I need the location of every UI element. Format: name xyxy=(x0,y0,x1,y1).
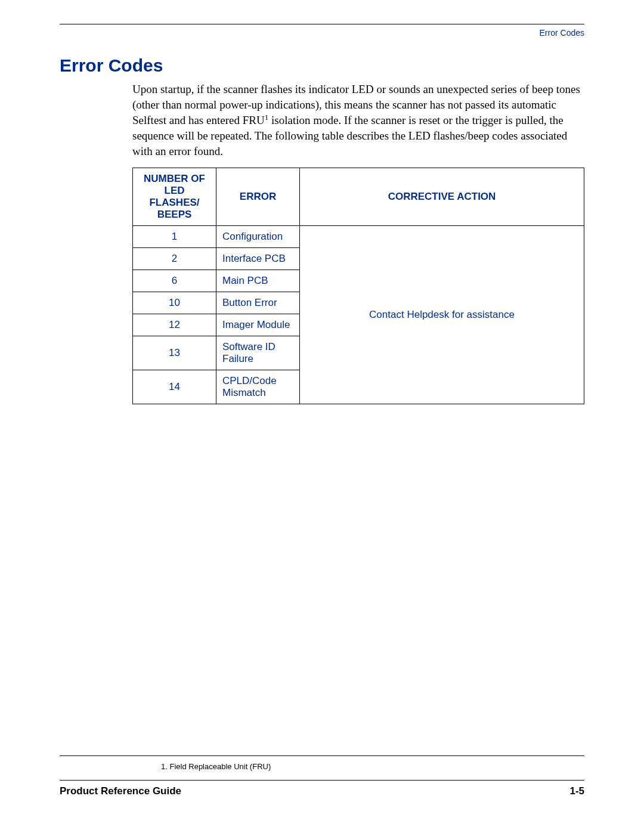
table-header-row: Number of LED Flashes/ Beeps Error Corre… xyxy=(133,168,584,225)
running-head: Error Codes xyxy=(60,24,584,38)
th-flashes: Number of LED Flashes/ Beeps xyxy=(133,168,216,225)
cell-action: Contact Helpdesk for assistance xyxy=(300,225,584,404)
footnotes: 1. Field Replaceable Unit (FRU) xyxy=(60,755,584,771)
cell-error: CPLD/Code Mismatch xyxy=(216,370,300,404)
cell-error: Imager Module xyxy=(216,314,300,336)
cell-error: Interface PCB xyxy=(216,247,300,270)
page-footer: Product Reference Guide 1-5 xyxy=(60,780,584,797)
cell-error: Main PCB xyxy=(216,270,300,292)
th-error: Error xyxy=(216,168,300,225)
th-action: Corrective Action xyxy=(300,168,584,225)
cell-error: Software ID Failure xyxy=(216,336,300,370)
page-title: Error Codes xyxy=(60,55,584,76)
cell-error: Configuration xyxy=(216,225,300,247)
intro-paragraph: Upon startup, if the scanner flashes its… xyxy=(132,82,584,159)
cell-num: 14 xyxy=(133,370,216,404)
footer-left: Product Reference Guide xyxy=(60,785,181,797)
cell-num: 6 xyxy=(133,270,216,292)
cell-num: 1 xyxy=(133,225,216,247)
cell-num: 13 xyxy=(133,336,216,370)
error-codes-table: Number of LED Flashes/ Beeps Error Corre… xyxy=(132,168,584,404)
cell-num: 2 xyxy=(133,247,216,270)
cell-num: 12 xyxy=(133,314,216,336)
footnote-marker: 1. xyxy=(161,762,168,771)
table-row: 1 Configuration Contact Helpdesk for ass… xyxy=(133,225,584,247)
cell-num: 10 xyxy=(133,292,216,314)
footnote-text: Field Replaceable Unit (FRU) xyxy=(169,762,271,771)
cell-error: Button Error xyxy=(216,292,300,314)
footer-right: 1-5 xyxy=(569,785,584,797)
page: Error Codes Error Codes Upon startup, if… xyxy=(0,0,644,833)
